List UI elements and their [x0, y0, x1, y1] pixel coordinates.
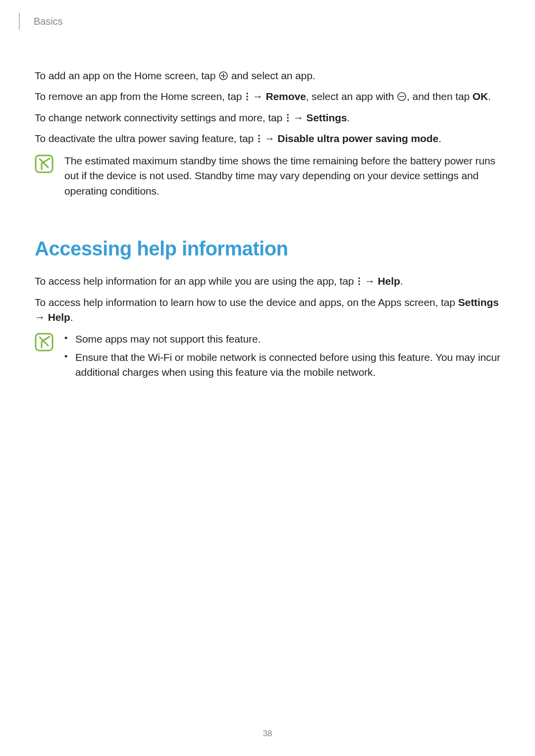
menu-item-disable-ultra-power-saving: Disable ultra power saving mode — [277, 133, 438, 144]
note-icon — [35, 154, 54, 173]
breadcrumb: Basics — [34, 14, 62, 29]
more-options-icon — [257, 134, 261, 143]
more-options-icon — [286, 113, 290, 122]
note-help-caveats: Some apps may not support this feature. … — [35, 332, 500, 383]
svg-point-5 — [246, 99, 248, 101]
text: . — [400, 275, 403, 287]
text: To change network connectivity settings … — [35, 112, 285, 123]
text: , select an app with — [306, 91, 397, 102]
svg-point-4 — [246, 96, 248, 98]
page-header: Basics — [35, 13, 500, 30]
text: . — [70, 311, 73, 323]
text: , and then tap — [407, 91, 473, 102]
arrow: → — [250, 91, 266, 102]
minus-circle-icon — [397, 92, 406, 101]
note-icon — [35, 333, 54, 352]
note-body: Some apps may not support this feature. … — [64, 332, 500, 383]
paragraph-network-settings: To change network connectivity settings … — [35, 110, 500, 125]
text: Ensure that the Wi-Fi or mobile network … — [75, 352, 500, 378]
text: To deactivate the ultra power saving fea… — [35, 133, 257, 144]
list-item: Ensure that the Wi-Fi or mobile network … — [64, 350, 500, 380]
arrow: → — [362, 275, 377, 287]
text: and select an app. — [228, 70, 316, 81]
paragraph-disable-ultra: To deactivate the ultra power saving fea… — [35, 131, 500, 146]
text: . — [488, 91, 491, 102]
svg-point-10 — [287, 120, 289, 122]
menu-item-help: Help — [378, 275, 400, 287]
text: To remove an app from the Home screen, t… — [35, 91, 245, 102]
section-heading-accessing-help: Accessing help information — [35, 234, 500, 263]
more-options-icon — [245, 92, 249, 101]
note-standby-time: The estimated maximum standby time shows… — [35, 153, 500, 199]
arrow: → — [35, 311, 48, 323]
arrow: → — [262, 133, 277, 144]
svg-point-8 — [287, 114, 289, 116]
note-body: The estimated maximum standby time shows… — [64, 153, 500, 199]
text: . — [347, 112, 350, 123]
page-number: 38 — [0, 728, 535, 740]
note-bullet-list: Some apps may not support this feature. … — [64, 332, 500, 380]
svg-point-15 — [358, 277, 360, 279]
menu-item-help: Help — [48, 311, 70, 323]
text: . — [438, 133, 441, 144]
text: To access help information to learn how … — [35, 297, 458, 308]
svg-point-13 — [258, 141, 260, 143]
svg-point-16 — [358, 280, 360, 282]
arrow: → — [290, 112, 306, 123]
list-item: Some apps may not support this feature. — [64, 332, 500, 347]
svg-point-12 — [258, 138, 260, 140]
note-text: The estimated maximum standby time shows… — [64, 155, 495, 197]
text: To access help information for an app wh… — [35, 275, 357, 287]
paragraph-add-app: To add an app on the Home screen, tap an… — [35, 68, 500, 83]
paragraph-help-device: To access help information to learn how … — [35, 295, 500, 325]
page: Basics To add an app on the Home screen,… — [0, 0, 535, 423]
paragraph-help-app: To access help information for an app wh… — [35, 274, 500, 289]
svg-point-17 — [358, 283, 360, 285]
text: Some apps may not support this feature. — [75, 333, 261, 345]
text: To add an app on the Home screen, tap — [35, 70, 218, 81]
plus-circle-icon — [219, 71, 228, 80]
menu-item-settings: Settings — [458, 297, 499, 308]
menu-item-settings: Settings — [306, 112, 347, 123]
svg-point-3 — [246, 93, 248, 95]
svg-point-11 — [258, 135, 260, 137]
menu-item-remove: Remove — [266, 91, 306, 102]
more-options-icon — [357, 277, 361, 286]
button-label-ok: OK — [473, 91, 488, 102]
paragraph-remove-app: To remove an app from the Home screen, t… — [35, 89, 500, 104]
svg-point-9 — [287, 117, 289, 119]
header-divider — [19, 13, 20, 30]
